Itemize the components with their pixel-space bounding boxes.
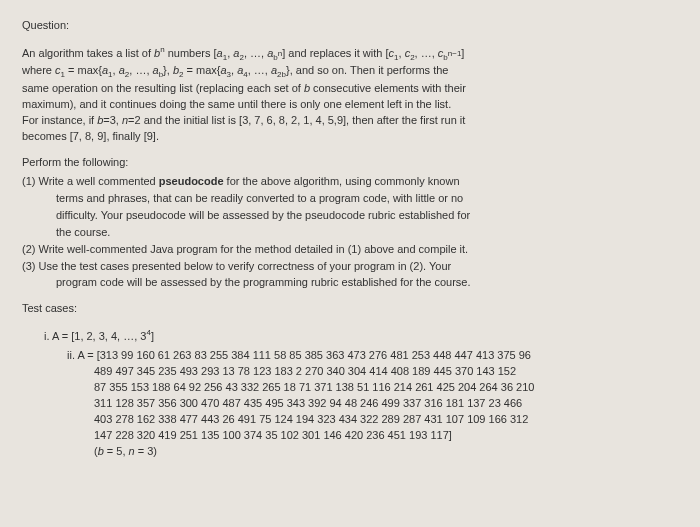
text: i. A = [1, 2, 3, 4, …, 3 xyxy=(44,330,146,342)
sub-bn: bn xyxy=(273,53,282,62)
test-case-list: i. A = [1, 2, 3, 4, …, 34] ii. A = [313 … xyxy=(22,327,678,459)
task-1: (1) Write a well commented pseudocode fo… xyxy=(22,174,678,190)
sub-2b: 2b xyxy=(277,71,286,80)
tc-ii-line1: ii. A = [313 99 160 61 263 83 255 384 11… xyxy=(44,348,678,364)
sub-1: 1 xyxy=(223,53,227,62)
task-3: (3) Use the test cases presented below t… xyxy=(22,259,678,275)
text: where xyxy=(22,64,55,76)
bold-pseudocode: pseudocode xyxy=(159,175,224,187)
intro-line-3: same operation on the resulting list (re… xyxy=(22,81,678,97)
text: (1) Write a well commented xyxy=(22,175,159,187)
tc-ii-line3: 87 355 153 188 64 92 256 43 332 265 18 7… xyxy=(44,380,678,396)
text: }, xyxy=(163,64,173,76)
text: }, and so on. Then it performs the xyxy=(286,64,448,76)
question-heading: Question: xyxy=(22,18,678,34)
tc-ii-line2: 489 497 345 235 493 293 13 78 123 183 2 … xyxy=(44,364,678,380)
task-list: (1) Write a well commented pseudocode fo… xyxy=(22,174,678,292)
text: = max{ xyxy=(65,64,102,76)
var-n: n xyxy=(129,445,135,457)
intro-line-5: For instance, if b=3, n=2 and the initia… xyxy=(22,113,678,129)
var-b: b xyxy=(98,445,104,457)
tc-ii-line5: 403 278 162 338 477 443 26 491 75 124 19… xyxy=(44,412,678,428)
dots: , …, xyxy=(248,64,271,76)
test-case-i: i. A = [1, 2, 3, 4, …, 34] xyxy=(44,327,678,345)
intro-line-2: where c1 = max{a1, a2, …, ab}, b2 = max{… xyxy=(22,63,678,81)
task-1-line4: the course. xyxy=(22,225,678,241)
test-cases-heading: Test cases: xyxy=(22,301,678,317)
text: numbers [ xyxy=(165,47,217,59)
text: For instance, if xyxy=(22,114,97,126)
task-3-line2: program code will be assessed by the pro… xyxy=(22,275,678,291)
intro-paragraph: An algorithm takes a list of bn numbers … xyxy=(22,44,678,145)
task-2: (2) Write well-commented Java program fo… xyxy=(22,242,678,258)
sub-bn1: bn−1 xyxy=(443,53,461,62)
text: An algorithm takes a list of xyxy=(22,47,154,59)
tc-ii-bn: (b = 5, n = 3) xyxy=(44,444,678,460)
sub-1: 1 xyxy=(108,71,112,80)
dots: , …, xyxy=(244,47,267,59)
intro-line-6: becomes [7, 8, 9], finally [9]. xyxy=(22,129,678,145)
text: ] and replaces it with [ xyxy=(282,47,388,59)
dots: , …, xyxy=(415,47,438,59)
intro-line-4: maximum), and it continues doing the sam… xyxy=(22,97,678,113)
tc-ii-line6: 147 228 320 419 251 135 100 374 35 102 3… xyxy=(44,428,678,444)
text: ] xyxy=(151,330,154,342)
intro-line-1: An algorithm takes a list of bn numbers … xyxy=(22,44,678,63)
tc-ii-line4: 311 128 357 356 300 470 487 435 495 343 … xyxy=(44,396,678,412)
text: same operation on the resulting list (re… xyxy=(22,82,304,94)
text: for the above algorithm, using commonly … xyxy=(224,175,460,187)
task-1-line2: terms and phrases, that can be readily c… xyxy=(22,191,678,207)
sub-3: 3 xyxy=(227,71,231,80)
test-case-ii: ii. A = [313 99 160 61 263 83 255 384 11… xyxy=(44,348,678,460)
perform-heading: Perform the following: xyxy=(22,155,678,171)
text: consecutive elements with their xyxy=(310,82,466,94)
sub-1: 1 xyxy=(394,53,398,62)
dots: , …, xyxy=(129,64,152,76)
text: = max{ xyxy=(183,64,220,76)
text: ] xyxy=(461,47,464,59)
text: =2 and the initial list is [3, 7, 6, 8, … xyxy=(128,114,465,126)
text: =3, xyxy=(103,114,122,126)
task-1-line3: difficulty. Your pseudocode will be asse… xyxy=(22,208,678,224)
